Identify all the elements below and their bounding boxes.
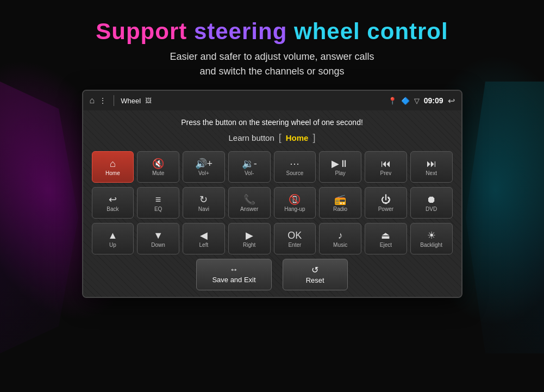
status-bar: ⌂ ⋮ Wheel 🖼 📍 🔷 ▽ 09:09 ↩ xyxy=(83,91,461,110)
title-support: Support xyxy=(96,18,187,44)
menu-dots-icon[interactable]: ⋮ xyxy=(99,96,107,105)
learn-bracket-right: ] xyxy=(312,132,315,144)
reset-button[interactable]: ↺ Reset xyxy=(283,259,348,290)
voldown-label: Vol- xyxy=(245,170,254,177)
music-icon: ♪ xyxy=(338,231,343,240)
source-icon: ⋯ xyxy=(290,159,299,169)
voldown-button[interactable]: 🔉- Vol- xyxy=(228,151,271,183)
eject-button[interactable]: ⏏ Eject xyxy=(365,223,407,254)
next-label: Next xyxy=(426,170,437,177)
instruction-text: Press the button on the steering wheel o… xyxy=(92,118,453,127)
save-exit-label: Save and Exit xyxy=(212,276,255,284)
status-divider xyxy=(114,95,114,106)
dvd-icon: ⏺ xyxy=(427,195,436,204)
power-button[interactable]: ⏻ Power xyxy=(365,187,407,219)
backlight-label: Backlight xyxy=(420,242,442,248)
reset-icon: ↺ xyxy=(311,265,318,275)
button-row-2: ↩ Back ≡ EQ ↻ Navi 📞 Answer 📵 Hang-up 📻 … xyxy=(92,187,453,219)
play-button[interactable]: ▶⏸ Play xyxy=(319,151,361,183)
button-row-1: ⌂ Home 🔇 Mute 🔊+ Vol+ 🔉- Vol- ⋯ Source ▶… xyxy=(92,151,453,183)
voldown-icon: 🔉- xyxy=(242,159,257,169)
eq-button[interactable]: ≡ EQ xyxy=(137,187,179,219)
power-icon: ⏻ xyxy=(381,195,391,204)
signal-icon: ▽ xyxy=(414,97,420,105)
dvd-button[interactable]: ⏺ DVD xyxy=(410,187,453,219)
navi-label: Navi xyxy=(198,206,209,213)
up-label: Up xyxy=(109,242,116,248)
screen: ⌂ ⋮ Wheel 🖼 📍 🔷 ▽ 09:09 ↩ Press the butt… xyxy=(82,90,462,298)
ok-button[interactable]: OK Enter xyxy=(274,223,316,254)
location-icon: 📍 xyxy=(388,97,397,105)
navi-icon: ↻ xyxy=(199,195,208,204)
down-button[interactable]: ▼ Down xyxy=(137,223,179,254)
mute-icon: 🔇 xyxy=(152,159,164,169)
status-time: 09:09 xyxy=(424,96,443,105)
back-icon: ↩ xyxy=(109,195,117,204)
prev-button[interactable]: ⏮ Prev xyxy=(365,151,407,183)
button-row-3: ▲ Up ▼ Down ◀ Left ▶ Right OK Enter ♪ Mu… xyxy=(92,223,453,254)
next-icon: ⏭ xyxy=(427,159,436,169)
answer-label: Answer xyxy=(240,206,258,213)
back-label: Back xyxy=(107,206,118,213)
up-button[interactable]: ▲ Up xyxy=(92,223,134,254)
navi-button[interactable]: ↻ Navi xyxy=(183,187,225,219)
radio-button[interactable]: 📻 Radio xyxy=(319,187,361,219)
radio-icon: 📻 xyxy=(334,195,346,204)
status-back-icon[interactable]: ↩ xyxy=(448,96,455,106)
reset-label: Reset xyxy=(306,276,324,284)
prev-label: Prev xyxy=(380,170,392,177)
learn-value: Home xyxy=(286,133,309,142)
left-label: Left xyxy=(199,242,209,248)
learn-button-row: Learn button [ Home ] xyxy=(92,132,453,144)
left-icon: ◀ xyxy=(200,231,208,240)
home-nav-icon[interactable]: ⌂ xyxy=(90,96,95,105)
save-exit-icon: ↔ xyxy=(230,265,239,275)
home-label: Home xyxy=(105,170,120,177)
down-icon: ▼ xyxy=(153,231,163,240)
device-container: ⌂ ⋮ Wheel 🖼 📍 🔷 ▽ 09:09 ↩ Press the butt… xyxy=(82,90,462,298)
hangup-button[interactable]: 📵 Hang-up xyxy=(274,187,316,219)
hangup-icon: 📵 xyxy=(289,195,301,204)
backlight-button[interactable]: ☀ Backlight xyxy=(410,223,453,254)
right-button[interactable]: ▶ Right xyxy=(228,223,271,254)
back-button[interactable]: ↩ Back xyxy=(92,187,134,219)
title-wheel: wheel xyxy=(287,18,360,44)
subtitle: Easier and safer to adjust volume, answe… xyxy=(0,49,544,79)
left-button[interactable]: ◀ Left xyxy=(183,223,225,254)
title-control: control xyxy=(360,18,448,44)
bluetooth-icon: 🔷 xyxy=(401,97,410,105)
volup-icon: 🔊+ xyxy=(195,159,213,169)
music-button[interactable]: ♪ Music xyxy=(319,223,361,254)
wheel-icon: 🖼 xyxy=(145,97,152,104)
eq-label: EQ xyxy=(154,206,162,213)
mute-button[interactable]: 🔇 Mute xyxy=(137,151,179,183)
learn-label: Learn button xyxy=(229,133,274,142)
radio-label: Radio xyxy=(333,206,347,213)
wheel-app-label: Wheel xyxy=(121,97,141,105)
learn-bracket-left: [ xyxy=(279,132,282,144)
main-title: Support steering wheel control xyxy=(0,19,544,44)
up-icon: ▲ xyxy=(108,231,117,240)
source-button[interactable]: ⋯ Source xyxy=(274,151,316,183)
dvd-label: DVD xyxy=(426,206,437,213)
title-steering: steering xyxy=(187,18,287,44)
mute-label: Mute xyxy=(152,170,164,177)
down-label: Down xyxy=(151,242,165,248)
next-button[interactable]: ⏭ Next xyxy=(410,151,453,183)
hangup-label: Hang-up xyxy=(284,206,305,213)
eject-icon: ⏏ xyxy=(381,231,390,240)
volup-button[interactable]: 🔊+ Vol+ xyxy=(183,151,225,183)
screen-content: Press the button on the steering wheel o… xyxy=(83,110,461,297)
answer-icon: 📞 xyxy=(243,195,255,204)
power-label: Power xyxy=(378,206,393,213)
home-icon: ⌂ xyxy=(110,159,116,169)
source-label: Source xyxy=(286,170,304,177)
play-label: Play xyxy=(335,170,345,177)
save-exit-button[interactable]: ↔ Save and Exit xyxy=(196,259,271,290)
ok-label: Enter xyxy=(288,242,301,248)
ok-icon: OK xyxy=(287,231,302,240)
right-icon: ▶ xyxy=(246,231,253,240)
music-label: Music xyxy=(333,242,347,248)
answer-button[interactable]: 📞 Answer xyxy=(228,187,271,219)
home-button[interactable]: ⌂ Home xyxy=(92,151,134,183)
